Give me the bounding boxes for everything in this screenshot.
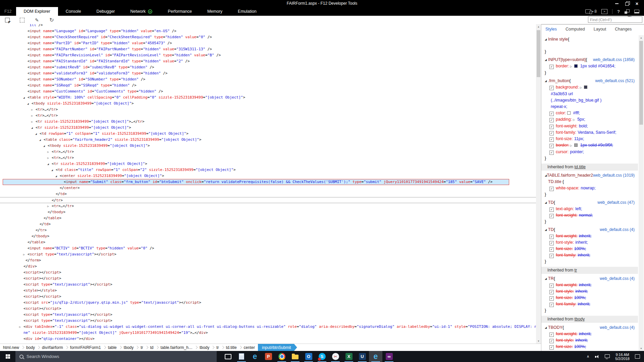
property-checkbox[interactable]: ✓ bbox=[549, 345, 554, 350]
dom-tree-line[interactable]: ◢<table class="fairform_header2" sizzle-… bbox=[0, 137, 536, 143]
collapse-arrow-icon[interactable]: ◢ bbox=[545, 57, 548, 63]
expand-arrow-icon[interactable]: ▷ bbox=[570, 144, 572, 147]
dom-tree-line[interactable]: ◢<center sizzle-1525231839499="[object O… bbox=[0, 173, 536, 179]
dom-tree-line[interactable]: ◢<tbody sizzle-1525231839499="[object Ob… bbox=[0, 101, 536, 107]
expand-arrow-icon[interactable]: ▷ bbox=[47, 203, 52, 209]
scrollbar-thumb[interactable] bbox=[537, 30, 540, 77]
expand-arrow-icon[interactable]: ▷ bbox=[31, 107, 36, 113]
taskbar-icon-outlook[interactable]: O bbox=[302, 351, 315, 362]
breadcrumb-item[interactable]: tbody bbox=[197, 344, 212, 351]
dom-tree-line[interactable]: <input name="Language" id="Language" typ… bbox=[0, 28, 536, 34]
dom-tree-line[interactable]: ◢<td rowSpan="1" colSpan="1" sizzle-1525… bbox=[0, 131, 536, 137]
dom-tree-line[interactable]: </tr> bbox=[0, 227, 536, 233]
taskbar-icon-file-explorer[interactable] bbox=[288, 351, 302, 362]
refresh-button[interactable]: ↻ bbox=[48, 17, 55, 23]
breadcrumb-item[interactable]: table.fairform_h… bbox=[158, 344, 196, 351]
taskbar-icon-skype[interactable]: S bbox=[315, 351, 329, 362]
breadcrumb-item[interactable]: center bbox=[241, 344, 258, 351]
styles-tab-layout[interactable]: Layout bbox=[594, 27, 606, 32]
stylesheet-link[interactable]: web_default.css (1858) bbox=[593, 57, 635, 63]
scroll-up-icon[interactable]: ▲ bbox=[536, 24, 541, 29]
dom-tree-line[interactable]: <input name="submitRevB" id="submitRevB"… bbox=[0, 64, 536, 70]
property-checkbox[interactable]: ✓ bbox=[549, 284, 554, 288]
inherited-element-link[interactable]: td.title bbox=[575, 165, 586, 169]
target-device-button[interactable]: ▾ 8 bbox=[585, 9, 597, 14]
property-checkbox[interactable]: ✓ bbox=[549, 137, 554, 142]
dom-tree-line[interactable]: ◢<td class="title" rowSpan="1" colSpan="… bbox=[0, 167, 536, 173]
expand-arrow-icon[interactable]: ▷ bbox=[47, 149, 52, 155]
help-button[interactable]: ? bbox=[617, 9, 620, 14]
taskbar-icon-ultipro[interactable]: U bbox=[356, 351, 369, 362]
property-checkbox[interactable]: ✓ bbox=[549, 144, 554, 148]
expand-arrow-icon[interactable]: ▷ bbox=[580, 86, 582, 89]
dom-tree-line[interactable]: <input name="BCTIV" id="BCTIV" type="hid… bbox=[0, 245, 536, 251]
tab-performance[interactable]: Performance bbox=[160, 7, 200, 16]
expand-arrow-icon[interactable]: ▷ bbox=[31, 119, 36, 125]
taskbar-icon-visual-studio[interactable]: ∞ bbox=[382, 351, 396, 362]
property-checkbox[interactable]: ✓ bbox=[549, 247, 554, 252]
property-checkbox[interactable]: ✓ bbox=[549, 86, 554, 90]
dom-tree-line[interactable]: ◢<tr sizzle-1525231839499="[object Objec… bbox=[0, 161, 536, 167]
collapse-arrow-icon[interactable]: ◢ bbox=[35, 131, 40, 137]
property-checkbox[interactable]: ✓ bbox=[549, 333, 554, 337]
close-button[interactable]: × bbox=[632, 0, 642, 7]
dom-tree-line[interactable]: ▷<tr>…</tr> bbox=[0, 113, 536, 119]
dock-button[interactable] bbox=[634, 10, 639, 13]
dom-tree-line[interactable]: </center> bbox=[0, 185, 536, 191]
collapse-arrow-icon[interactable]: ◢ bbox=[43, 143, 48, 149]
dom-tree-line[interactable]: <input name="FAIPartNumber" id="FAIPartN… bbox=[0, 46, 536, 52]
dom-tree-line[interactable]: <input name="PartID" id="PartID" type="h… bbox=[0, 40, 536, 46]
dom-tree-line[interactable]: </table> bbox=[0, 215, 536, 221]
taskbar-icon-task-view[interactable] bbox=[221, 351, 235, 362]
breadcrumb-item-active[interactable]: input#btnSubmit bbox=[258, 344, 297, 351]
expand-arrow-icon[interactable]: ▷ bbox=[19, 324, 23, 330]
stylesheet-link[interactable]: web_default.css (4) bbox=[600, 227, 635, 233]
start-button[interactable] bbox=[0, 351, 15, 362]
property-checkbox[interactable]: ✓ bbox=[549, 241, 554, 245]
collapse-arrow-icon[interactable]: ◢ bbox=[31, 125, 36, 131]
console-popup-button[interactable]: > bbox=[601, 9, 607, 14]
dom-tree-line[interactable]: ill /> bbox=[0, 24, 536, 28]
dom-tree-line[interactable]: <script type="text/javascript"></script> bbox=[0, 282, 536, 288]
property-checkbox[interactable]: ✓ bbox=[549, 296, 554, 301]
property-checkbox[interactable]: ✓ bbox=[549, 131, 554, 135]
dom-tree-line[interactable]: <script src="js/qTip-2/dist/jquery.qtip.… bbox=[0, 300, 536, 306]
property-checkbox[interactable]: ✓ bbox=[549, 214, 554, 218]
collapse-arrow-icon[interactable]: ◢ bbox=[545, 172, 547, 179]
dom-tree-line[interactable]: <style></style> bbox=[0, 288, 536, 294]
select-element-button[interactable] bbox=[4, 17, 11, 23]
styles-panel-scrollbar[interactable]: ▲ ▼ bbox=[639, 35, 644, 351]
dom-pane-scrollbar[interactable]: ▲ ▼ bbox=[536, 24, 541, 344]
dom-tree-line[interactable]: <input name="FAIStandardId" id="FAIStand… bbox=[0, 58, 536, 64]
action-center-icon[interactable] bbox=[635, 354, 640, 359]
scroll-down-icon[interactable]: ▼ bbox=[639, 346, 644, 351]
dom-tree-line[interactable]: ◢<table style="WIDTH: 100%" cellSpacing=… bbox=[0, 95, 536, 101]
scroll-up-icon[interactable]: ▲ bbox=[639, 35, 644, 40]
tab-network[interactable]: Network▶ bbox=[123, 7, 160, 16]
inherited-element-link[interactable]: tr bbox=[575, 268, 577, 273]
scroll-down-icon[interactable]: ▼ bbox=[536, 339, 541, 344]
styles-tab-styles[interactable]: Styles bbox=[545, 27, 557, 32]
styles-tab-computed[interactable]: Computed bbox=[566, 27, 585, 32]
breadcrumb-item[interactable]: td bbox=[147, 344, 157, 351]
dom-tree-line[interactable]: ◢<tr sizzle-1525231839499="[object Objec… bbox=[0, 125, 536, 131]
property-checkbox[interactable]: ✓ bbox=[549, 235, 554, 239]
dom-tree-line[interactable]: </form> bbox=[0, 257, 536, 263]
dom-tree-line[interactable]: <div id="qtip-rcontainer"></div> bbox=[0, 336, 536, 342]
expand-arrow-icon[interactable]: ▷ bbox=[31, 113, 36, 119]
collapse-arrow-icon[interactable]: ◢ bbox=[545, 36, 548, 43]
collapse-arrow-icon[interactable]: ◢ bbox=[39, 137, 44, 143]
tab-console[interactable]: Console bbox=[58, 7, 89, 16]
property-checkbox[interactable]: ✓ bbox=[549, 303, 554, 307]
find-input[interactable] bbox=[588, 16, 642, 23]
collapse-arrow-icon[interactable]: ◢ bbox=[23, 95, 28, 101]
collapse-arrow-icon[interactable]: ◢ bbox=[55, 173, 60, 179]
collapse-arrow-icon[interactable]: ◢ bbox=[27, 101, 32, 107]
dom-tree-line[interactable]: <script></script> bbox=[0, 269, 536, 276]
property-checkbox[interactable]: ✓ bbox=[549, 125, 554, 129]
stylesheet-link[interactable]: web_default.css (521) bbox=[595, 78, 635, 84]
dom-tree-line[interactable]: ▷<tr sizzle-1525231839499="[object Objec… bbox=[0, 119, 536, 125]
expand-arrow-icon[interactable]: ▷ bbox=[573, 118, 575, 121]
tray-expand-icon[interactable]: ∧ bbox=[587, 354, 589, 359]
property-checkbox[interactable]: ✓ bbox=[549, 65, 554, 69]
